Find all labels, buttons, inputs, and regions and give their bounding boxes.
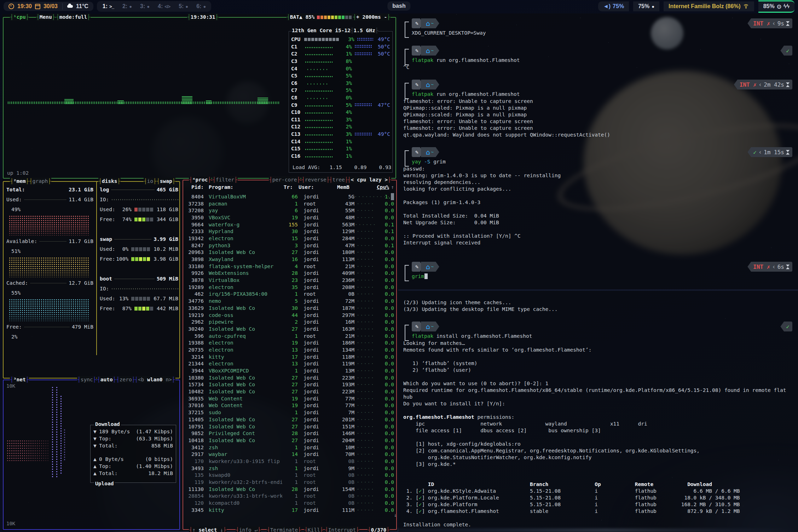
home-directory-chip: ⌂~ — [421, 147, 439, 157]
process-row[interactable]: 3412zsh1jordi10M·····0.0 — [186, 444, 394, 451]
mode-tab[interactable]: mode:full — [59, 14, 87, 20]
process-row[interactable]: 19289electron35jordi208M·····0.0 — [186, 284, 394, 291]
memory-stats: Total:23.1 GiB Used:11.4 GiB49%Available… — [6, 185, 93, 342]
tab-reverse[interactable]: reverse — [305, 177, 326, 183]
meter-segment — [349, 16, 352, 19]
process-row[interactable]: 34776nemo5jordi72M·····0.0 — [186, 297, 394, 305]
process-row[interactable]: 20735electron13jordi134M·····0.0 — [186, 346, 394, 353]
process-row[interactable]: 19388electron19jordi186M·····0.0 — [186, 339, 394, 346]
tab-disks[interactable]: disks — [102, 178, 117, 184]
process-row[interactable]: 20963Isolated Web Co27jordi180M·····0.0 — [186, 249, 394, 256]
process-row[interactable]: 2917waybar14jordi70M·····0.0 — [186, 451, 394, 458]
scroll-up-icon[interactable]: ↑ — [389, 184, 394, 190]
process-row[interactable]: 8247python33jordi47M·····0.1 — [186, 242, 394, 249]
interrupt-button[interactable]: Interrupt — [328, 527, 356, 532]
sort-column-cpu[interactable]: Cpu% — [372, 184, 389, 190]
scrollbar-thumb[interactable] — [391, 193, 394, 200]
process-row[interactable]: 119kworker/u32:2-btrfs-endio-1root0B····… — [186, 479, 394, 486]
process-row[interactable]: 10482Isolated Web Co27jordi223M·····0.0 — [186, 388, 394, 395]
process-row[interactable]: 3950VBoxSVC19jordi48M·····0.0 — [186, 214, 394, 221]
time: 19:30 — [17, 3, 32, 10]
process-row[interactable]: 19342electron15jordi284M·····0.0 — [186, 235, 394, 242]
terminal-pane-top[interactable]: ✎⌂~INT ✗‹9sXDG_CURRENT_DESKTOP=Sway✎⌂~✓f… — [398, 13, 798, 289]
process-row[interactable]: 3878VirtualBox23jordi236M·····0.0 — [186, 277, 394, 284]
process-row[interactable]: 9926WebExtensions28jordi409M·····0.0 — [186, 270, 394, 277]
process-row[interactable]: 120kcompactd01root0B·····0.0 — [186, 499, 394, 507]
battery-module[interactable]: 85% ⊙ ϟϟ — [758, 0, 794, 13]
net-stat-row: ▼Total:858 MiB — [91, 442, 176, 449]
process-row[interactable]: 15734Isolated Web Co27jordi193M·····0.0 — [186, 381, 394, 388]
process-row[interactable]: 596auto-cpufreq1root21M·····0.0 — [186, 332, 394, 340]
process-row[interactable]: 37238pacman1root43M·····0.0 — [186, 200, 394, 207]
brightness-module[interactable]: 75% ● — [633, 1, 659, 11]
process-row[interactable]: 2962pipewire2jordi16M·····0.0 — [186, 318, 394, 325]
process-row[interactable]: 2333Hyprland30jordi129M·····0.1 — [186, 228, 394, 235]
success-check-icon: ✓ — [786, 323, 790, 330]
interface-switcher[interactable]: <b wlan0 n> — [138, 377, 172, 382]
sort-selector[interactable]: < cpu lazy > — [351, 177, 388, 183]
filter-button[interactable]: filter — [216, 177, 234, 183]
process-row[interactable]: 8404VirtualBoxVM66jordi5G··········1.7 — [186, 193, 394, 200]
select-control[interactable]: ↑ select ↓ — [192, 527, 223, 532]
tab-swap[interactable]: swap — [160, 178, 172, 184]
tab-tree[interactable]: tree — [332, 177, 345, 183]
process-row[interactable]: 30240Isolated Web Co27jordi163M·····0.0 — [186, 325, 394, 332]
process-row[interactable]: 3944VBoxXPCOMIPCD1jordi13M·····0.0 — [186, 367, 394, 374]
tilde-label: ~ — [431, 324, 433, 329]
process-row[interactable]: 36935Web Content19jordi77M·····0.0 — [186, 395, 394, 402]
refresh-interval-control[interactable]: + 2000ms - — [356, 14, 387, 20]
terminal-pane-bottom[interactable]: (2/3) Updating icon theme caches...(3/3)… — [398, 291, 798, 532]
process-row[interactable]: 9852Privileged Cont28jordi146M·····0.0 — [186, 430, 394, 437]
tab-zero[interactable]: zero — [120, 377, 132, 382]
workspace-4[interactable]: 4:</> — [154, 2, 174, 10]
process-row[interactable]: 3214kitty17jordi118M·····0.0 — [186, 353, 394, 360]
scroll-down-icon[interactable]: ↓ — [394, 512, 397, 518]
process-row[interactable]: 33180flatpak-system-helper4root21M·····0… — [186, 263, 394, 270]
workspace-1[interactable]: 1:>_ — [99, 2, 117, 10]
workspace-5[interactable]: 5:● — [175, 2, 191, 10]
command-line: flatpak run org.flameshot.Flameshot — [412, 57, 792, 64]
focused-window-title[interactable]: bash — [387, 1, 410, 11]
workspace-2[interactable]: 2:● — [119, 2, 135, 10]
process-row[interactable]: 11130Isolated Web Co28jordi154M·····0.0 — [186, 486, 394, 493]
menu-button[interactable]: Menu — [40, 14, 52, 20]
process-row[interactable]: 33629Isolated Web Co30jordi187M·····0.0 — [186, 305, 394, 312]
process-row[interactable]: 170kworker/u33:0-i915_flip1root0B·····0.… — [186, 458, 394, 465]
workspace-3[interactable]: 3:● — [137, 2, 153, 10]
clock-module[interactable]: 19:30 30/03 11°C — [4, 2, 93, 11]
process-row[interactable]: 9664waterfox-g155jordi563M······0.1 — [186, 221, 394, 228]
tab-auto[interactable]: auto — [100, 377, 113, 382]
process-row[interactable]: 21344electron13jordi119M·····0.0 — [186, 360, 394, 368]
tab-io[interactable]: io — [147, 178, 153, 184]
process-row[interactable]: 10380Isolated Web Co27jordi223M·····0.0 — [186, 374, 394, 381]
tab-per-core[interactable]: per-core — [272, 177, 297, 183]
tab-graph[interactable]: graph — [33, 178, 48, 184]
process-row[interactable]: 37016Web Content19jordi77M·····0.0 — [186, 402, 394, 409]
process-row[interactable]: 11405Isolated Web Co27jordi201M·····0.0 — [186, 416, 394, 423]
text-cursor[interactable] — [424, 273, 428, 279]
terminal-output-line: ID Branch Op Remote Download — [403, 481, 792, 488]
terminate-button[interactable]: Terminate — [270, 527, 298, 532]
volume-module[interactable]: ◄) 75% — [598, 1, 629, 11]
process-row[interactable]: 28854kworker/u33:1-btrfs-worker1root0B··… — [186, 493, 394, 500]
process-row[interactable]: 462irq/156-PIXA3854:001root0B·····0.0 — [186, 291, 394, 298]
kill-button[interactable]: Kill — [308, 527, 320, 532]
cpu-core-row: C95%47°C — [291, 101, 390, 109]
charging-icon: ϟϟ — [783, 3, 790, 10]
core-name: C7 — [291, 87, 305, 93]
process-row[interactable]: 37208yay6jordi55M·····0.0 — [186, 207, 394, 214]
info-button[interactable]: info ↵ — [239, 527, 258, 532]
tab-sync[interactable]: sync — [81, 377, 93, 382]
process-row[interactable]: 10791Isolated Web Co27jordi151M·····0.0 — [186, 423, 394, 430]
leader-line — [39, 241, 66, 242]
process-row[interactable]: 37215sudo1jordi7M·····0.0 — [186, 409, 394, 416]
process-row[interactable]: 19219code-oss44jordi297M·····0.0 — [186, 312, 394, 319]
workspace-6[interactable]: 6:● — [193, 2, 209, 10]
wifi-module[interactable]: Internet Familie Bolz (86%) — [664, 1, 754, 11]
process-row[interactable]: 3898Xwayland16jordi113M·····0.0 — [186, 256, 394, 263]
core-history-graph — [305, 96, 336, 99]
process-row[interactable]: 3345kitty17jordi111M·····0.0 — [186, 507, 394, 514]
process-row[interactable]: 135kswapd01root0B·····0.0 — [186, 472, 394, 479]
process-row[interactable]: 3493zsh1jordi9M·····0.0 — [186, 465, 394, 472]
process-row[interactable]: 10418Isolated Web Co27jordi204M·····0.0 — [186, 437, 394, 444]
